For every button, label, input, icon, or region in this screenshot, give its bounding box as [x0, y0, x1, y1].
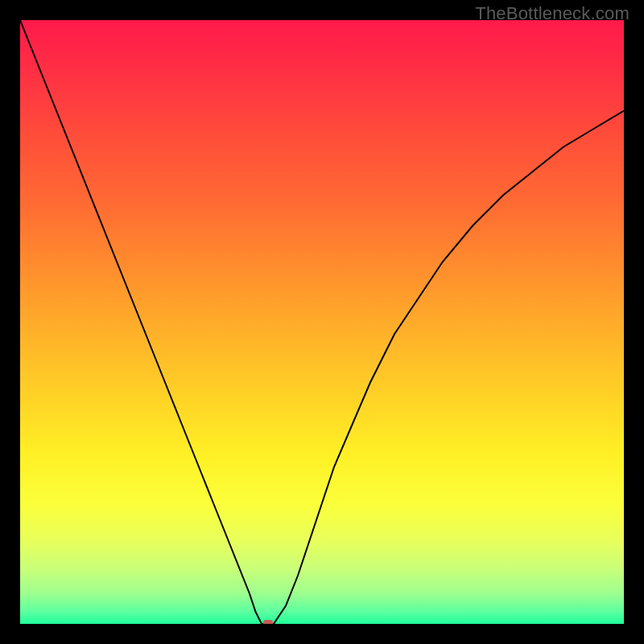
- bottleneck-curve: [20, 20, 624, 624]
- plot-area: [20, 20, 624, 624]
- watermark-text: TheBottleneck.com: [475, 3, 630, 24]
- minimum-marker: [263, 620, 273, 624]
- chart-canvas: TheBottleneck.com: [0, 0, 644, 644]
- curve-path: [20, 20, 624, 624]
